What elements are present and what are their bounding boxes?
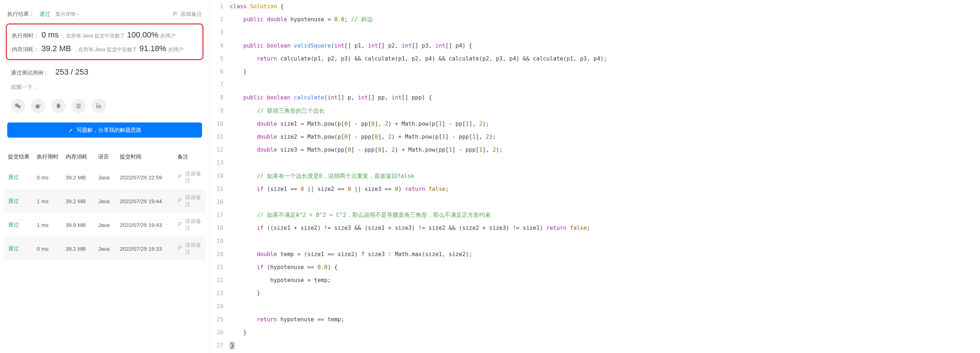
row-mem: 39.2 MB <box>66 174 98 180</box>
row-add-note[interactable]: 添加备注 <box>178 218 201 232</box>
write-solution-label: 写题解，分享我的解题思路 <box>76 127 142 134</box>
row-date: 2022/07/29 22:59 <box>120 174 178 180</box>
share-icons-row <box>3 94 206 117</box>
row-add-note[interactable]: 添加备注 <box>178 194 201 208</box>
testcases-value: 253 / 253 <box>55 67 88 76</box>
flag-icon <box>178 222 183 228</box>
show-detail-link[interactable]: 显示详情 <box>55 11 79 17</box>
flag-icon <box>173 11 178 17</box>
memory-text2: 的用户 <box>169 46 184 53</box>
memory-value: 39.2 MB <box>41 44 71 53</box>
svg-point-8 <box>96 103 97 104</box>
svg-rect-7 <box>96 105 97 108</box>
row-time: 0 ms <box>37 246 66 252</box>
row-mem: 39.9 MB <box>66 222 98 228</box>
row-time: 1 ms <box>37 198 66 204</box>
flag-icon <box>178 174 183 180</box>
row-lang: Java <box>98 198 120 204</box>
svg-point-3 <box>57 103 60 108</box>
row-add-note[interactable]: 添加备注 <box>178 242 201 255</box>
th-lang: 语言 <box>98 154 120 160</box>
submissions-table: 提交结果 执行用时 内存消耗 语言 提交时间 备注 通过0 ms39.2 MBJ… <box>3 149 206 260</box>
row-result[interactable]: 通过 <box>8 198 19 204</box>
row-lang: Java <box>98 174 120 180</box>
memory-text1: ，在所有 Java 提交中击败了 <box>73 46 137 53</box>
row-time: 1 ms <box>37 222 66 228</box>
add-note-button[interactable]: 添加备注 <box>173 11 202 17</box>
code-content[interactable]: class Solution { public double hypotenus… <box>230 0 980 353</box>
row-result[interactable]: 通过 <box>8 245 19 252</box>
flag-icon <box>178 198 183 204</box>
row-date: 2022/07/29 19:43 <box>120 222 178 228</box>
svg-rect-4 <box>76 104 81 105</box>
row-mem: 39.2 MB <box>66 198 98 204</box>
weibo-icon[interactable] <box>31 99 46 113</box>
runtime-label: 执行用时： <box>12 32 41 39</box>
add-note-label: 添加备注 <box>180 11 202 17</box>
svg-point-2 <box>36 104 40 109</box>
results-panel: 执行结果： 通过 显示详情 添加备注 执行用时： 0 ms ，在所有 Java … <box>0 0 209 353</box>
row-date: 2022/07/29 19:44 <box>120 198 178 204</box>
row-result[interactable]: 通过 <box>8 222 19 228</box>
line-gutter: 1234567891011121314151617181920212223242… <box>210 0 230 353</box>
memory-pct: 91.18% <box>139 44 166 53</box>
row-date: 2022/07/29 19:33 <box>120 246 178 252</box>
row-result[interactable]: 通过 <box>8 174 19 180</box>
testcases-label: 通过测试用例： <box>11 70 49 76</box>
svg-rect-6 <box>76 107 81 108</box>
table-row[interactable]: 通过1 ms39.9 MBJava2022/07/29 19:43添加备注 <box>3 213 206 237</box>
flag-icon <box>178 245 183 252</box>
svg-point-1 <box>18 105 21 108</box>
row-mem: 39.2 MB <box>66 246 98 252</box>
memory-label: 内存消耗： <box>12 46 41 53</box>
runtime-value: 0 ms <box>41 30 59 40</box>
svg-rect-5 <box>76 106 81 107</box>
write-solution-button[interactable]: 写题解，分享我的解题思路 <box>7 122 202 138</box>
douban-icon[interactable] <box>72 99 86 113</box>
th-note: 备注 <box>178 154 201 160</box>
share-label: 炫耀一下： <box>3 80 206 94</box>
th-time: 执行用时 <box>37 154 66 160</box>
runtime-text2: 的用户 <box>161 33 176 39</box>
stats-highlight-box: 执行用时： 0 ms ，在所有 Java 提交中击败了 100.00% 的用户 … <box>6 24 204 60</box>
result-label: 执行结果： <box>7 11 34 17</box>
pencil-icon <box>68 128 73 133</box>
testcases-row: 通过测试用例： 253 / 253 <box>3 64 206 80</box>
memory-row: 内存消耗： 39.2 MB ，在所有 Java 提交中击败了 91.18% 的用… <box>12 42 197 55</box>
table-header: 提交结果 执行用时 内存消耗 语言 提交时间 备注 <box>3 149 206 165</box>
code-editor[interactable]: 1234567891011121314151617181920212223242… <box>209 0 980 353</box>
result-header: 执行结果： 通过 显示详情 添加备注 <box>3 7 206 21</box>
row-add-note[interactable]: 添加备注 <box>178 170 201 184</box>
runtime-pct: 100.00% <box>127 30 158 40</box>
runtime-text1: ，在所有 Java 提交中击败了 <box>61 33 125 39</box>
row-time: 0 ms <box>37 174 66 180</box>
linkedin-icon[interactable] <box>92 99 106 113</box>
qq-icon[interactable] <box>51 99 66 113</box>
result-status: 通过 <box>39 11 50 17</box>
th-mem: 内存消耗 <box>66 154 98 160</box>
row-lang: Java <box>98 246 120 252</box>
runtime-row: 执行用时： 0 ms ，在所有 Java 提交中击败了 100.00% 的用户 <box>12 28 197 42</box>
table-row[interactable]: 通过0 ms39.2 MBJava2022/07/29 22:59添加备注 <box>3 165 206 189</box>
table-row[interactable]: 通过0 ms39.2 MBJava2022/07/29 19:33添加备注 <box>3 237 206 260</box>
th-date: 提交时间 <box>120 154 178 160</box>
table-row[interactable]: 通过1 ms39.2 MBJava2022/07/29 19:44添加备注 <box>3 189 206 213</box>
th-result: 提交结果 <box>8 154 37 160</box>
row-lang: Java <box>98 222 120 228</box>
wechat-icon[interactable] <box>11 99 25 113</box>
